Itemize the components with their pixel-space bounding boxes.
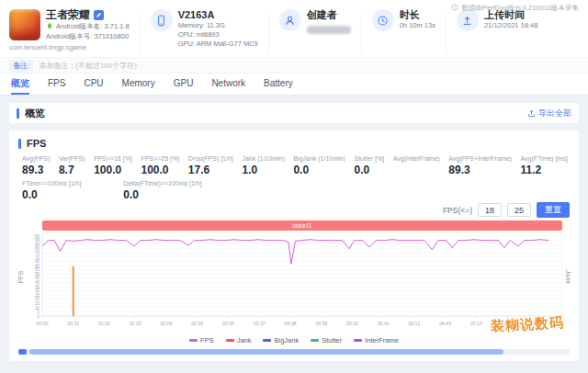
legend-swatch xyxy=(354,339,362,342)
accent-bar xyxy=(17,108,19,119)
legend-label: FPS xyxy=(200,336,214,345)
metric-value: 89.3 xyxy=(448,164,512,176)
scrollbar-thumb[interactable] xyxy=(29,349,503,355)
info-icon xyxy=(451,4,458,13)
android-version-name: Android版本名: 3.71.1.8 xyxy=(56,23,130,30)
tab-Battery[interactable]: Battery xyxy=(264,73,293,95)
svg-text:20: 20 xyxy=(35,297,40,301)
accent-bar xyxy=(18,139,21,149)
svg-text:05:41: 05:41 xyxy=(378,321,390,326)
tab-Network[interactable]: Network xyxy=(211,73,245,95)
metric-value: 0.0 xyxy=(22,188,81,201)
fps-threshold-input[interactable] xyxy=(478,203,502,217)
metric-label: Avg(FPS) xyxy=(22,155,50,162)
legend-item-FPS[interactable]: FPS xyxy=(189,336,214,345)
metric-value: 0.0 xyxy=(293,164,345,176)
svg-text:40: 40 xyxy=(35,280,40,285)
collect-note-text: 数据由PerfDog版%.0.210910版本采集 xyxy=(461,4,579,13)
app-title: 王者荣耀 xyxy=(46,9,90,20)
svg-text:04:08: 04:08 xyxy=(284,321,296,326)
tab-GPU[interactable]: GPU xyxy=(174,73,194,95)
overview-section-header: 概览 导出全部 xyxy=(9,103,579,123)
svg-text:90: 90 xyxy=(35,238,40,243)
export-all-link[interactable]: 导出全部 xyxy=(527,107,571,119)
metric: Drop(FPS) [1/h]17.6 xyxy=(188,155,233,176)
legend-swatch xyxy=(226,339,234,342)
divider xyxy=(446,14,447,52)
metric-label: Avg(InterFrame) xyxy=(393,155,440,162)
svg-text:85: 85 xyxy=(35,243,40,247)
app-block: 王者荣耀 Android版本名: 3.71.1.8 Android版本号: 37… xyxy=(9,9,130,51)
fps-threshold-label: FPS(<=) xyxy=(443,206,472,215)
svg-text:80: 80 xyxy=(35,246,40,251)
app-package-name: com.tencent.tmgp.sgame xyxy=(9,43,130,51)
metric: Var(FPS)8.7 xyxy=(59,155,85,176)
note-label: 备注: xyxy=(9,60,33,72)
svg-text:03:37: 03:37 xyxy=(254,321,266,326)
metric: FPS>=18 [%]100.0 xyxy=(94,155,132,176)
fps-section-header: FPS xyxy=(18,136,570,151)
note-bar: 备注: 添加备注：(不超过100个字符) xyxy=(0,57,588,73)
legend-item-Jank[interactable]: Jank xyxy=(226,336,252,345)
legend-label: InterFrame xyxy=(365,336,399,345)
metric: Delta(FTime)>=100ms [1/h]0.0 xyxy=(123,180,201,201)
metric-value: 89.3 xyxy=(22,164,50,176)
svg-text:5: 5 xyxy=(37,310,40,314)
svg-text:50: 50 xyxy=(35,272,40,277)
svg-text:25: 25 xyxy=(35,293,40,298)
scrollbar-left-nub[interactable] xyxy=(18,349,27,355)
metric-value xyxy=(393,164,440,176)
legend-label: BigJank xyxy=(274,336,299,345)
tab-bar: 概览FPSCPUMemoryGPUNetworkBattery xyxy=(0,73,588,96)
duration-label: 时长 xyxy=(400,9,435,20)
metric: Avg(FPS+InterFrame)89.3 xyxy=(448,155,512,176)
metric: Jank (1/10min)1.0 xyxy=(242,155,284,176)
tab-FPS[interactable]: FPS xyxy=(48,73,65,95)
svg-text:07:14: 07:14 xyxy=(470,321,482,326)
metric-value: 0.0 xyxy=(354,164,384,176)
tab-概览[interactable]: 概览 xyxy=(11,73,29,95)
fps-threshold-input[interactable] xyxy=(507,203,531,217)
creator-label: 创建者 xyxy=(307,9,351,20)
y2-axis-label: Jank xyxy=(565,270,571,284)
legend-label: Jank xyxy=(237,336,252,345)
svg-text:35: 35 xyxy=(35,285,40,289)
metric-label: Drop(FPS) [1/h] xyxy=(188,155,233,162)
collect-note: 数据由PerfDog版%.0.210910版本采集 xyxy=(451,4,579,13)
device-gpu: GPU: ARM Mali-G77 MC9 xyxy=(178,40,258,49)
metric: Avg(InterFrame) xyxy=(393,155,440,176)
legend-swatch xyxy=(311,339,319,342)
fps-metrics-row-1: Avg(FPS)89.3Var(FPS)8.7FPS>=18 [%]100.0F… xyxy=(18,151,570,176)
note-input[interactable]: 添加备注：(不超过100个字符) xyxy=(39,61,137,71)
metric-label: Jank (1/10min) xyxy=(242,155,284,162)
svg-text:01:33: 01:33 xyxy=(130,321,141,326)
reset-button[interactable]: 重置 xyxy=(537,202,570,218)
fps-threshold-inputs xyxy=(478,203,531,217)
svg-text:15: 15 xyxy=(35,301,40,306)
svg-text:70: 70 xyxy=(35,255,40,260)
tab-Memory[interactable]: Memory xyxy=(122,73,155,95)
svg-text:45: 45 xyxy=(35,276,40,280)
fps-panel: FPS Avg(FPS)89.3Var(FPS)8.7FPS>=18 [%]10… xyxy=(9,130,579,361)
top-header: 王者荣耀 Android版本名: 3.71.1.8 Android版本号: 37… xyxy=(0,0,588,57)
fps-chart-area: label1 051015202530354045505560657075808… xyxy=(18,220,570,334)
legend-item-InterFrame[interactable]: InterFrame xyxy=(354,336,399,345)
y-axis-label: FPS xyxy=(17,271,24,284)
metric: BigJank (1/10min)0.0 xyxy=(293,155,345,176)
device-cpu: CPU: mt6893 xyxy=(178,31,258,40)
tab-CPU[interactable]: CPU xyxy=(84,73,103,95)
legend-item-BigJank[interactable]: BigJank xyxy=(263,336,299,345)
metric: Avg(FTime) [ms]11.2 xyxy=(521,155,568,176)
fps-line-chart[interactable]: 0510152025303540455055606570758085909500… xyxy=(18,232,570,334)
legend-item-Stutter[interactable]: Stutter xyxy=(311,336,342,345)
edit-icon[interactable] xyxy=(94,10,104,20)
metric: FTime>=100ms [1/h]0.0 xyxy=(22,180,81,201)
metric-label: FPS>=18 [%] xyxy=(94,155,132,162)
metric-label: FPS>=25 [%] xyxy=(141,155,179,162)
fps-metrics-row-2: FTime>=100ms [1/h]0.0Delta(FTime)>=100ms… xyxy=(18,176,570,201)
svg-text:60: 60 xyxy=(35,264,40,268)
svg-text:05:10: 05:10 xyxy=(346,321,358,326)
metric-label: Var(FPS) xyxy=(59,155,85,162)
metric-value: 0.0 xyxy=(123,188,201,201)
svg-text:0: 0 xyxy=(37,314,40,319)
